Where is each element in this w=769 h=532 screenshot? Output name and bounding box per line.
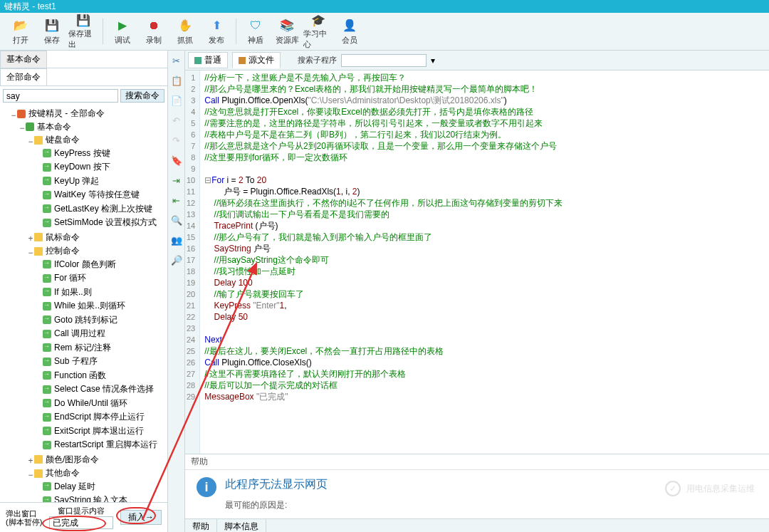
toolbar-打开[interactable]: 📂打开 [6, 16, 36, 47]
midtool-btn-1[interactable]: 📋 [171, 75, 182, 86]
help-subtitle: 最可能的原因是: [225, 499, 328, 511]
group-other[interactable]: 其他命令 [34, 467, 80, 479]
cmd-item[interactable]: Rem 标记/注释 [43, 342, 111, 354]
toolbar-label: 神盾 [248, 35, 263, 46]
toolbar-调试[interactable]: ▶调试 [108, 16, 137, 47]
cmd-item[interactable]: GetLastKey 检测上次按键 [43, 203, 152, 215]
help-tab-label: 帮助 [185, 454, 769, 470]
cmd-item[interactable]: If 如果..则 [43, 286, 92, 298]
midtool-btn-9[interactable]: 👥 [171, 234, 182, 246]
cmd-item[interactable]: While 如果..则循环 [43, 300, 125, 312]
bottom-tab-scriptinfo[interactable]: 脚本信息 [217, 519, 266, 532]
toolbar-录制[interactable]: ⏺录制 [139, 16, 169, 47]
toolbar-学习中心[interactable]: 🎓学习中心 [303, 16, 333, 47]
window-title: 键精灵 - test1 [0, 0, 769, 13]
mid-toolbar: ✂📋📄↶↷🔖⇥⇤🔍👥🔎 [168, 51, 185, 532]
command-search-input[interactable] [3, 89, 118, 103]
code-editor[interactable]: 1234567891011121314151617181920212223242… [185, 71, 769, 454]
cmd-item[interactable]: EndScript 脚本停止运行 [43, 411, 145, 423]
midtool-btn-4[interactable]: ↷ [171, 135, 182, 146]
toolbar-保存退出[interactable]: 💾保存退出 [68, 16, 98, 47]
cmd-item[interactable]: For 循环 [43, 272, 86, 284]
cmd-item[interactable]: Do While/Until 循环 [43, 397, 127, 410]
toolbar-icon: 📚 [279, 18, 295, 33]
main-toolbar: 📂打开💾保存💾保存退出▶调试⏺录制✋抓抓⬆发布🛡神盾📚资源库🎓学习中心👤会员 [0, 13, 769, 51]
toolbar-label: 调试 [115, 35, 130, 46]
midtool-btn-7[interactable]: ⇤ [171, 194, 182, 206]
find-sub-label: 搜索子程序 [298, 55, 337, 66]
toolbar-icon: 🎓 [310, 14, 326, 27]
toolbar-label: 保存退出 [68, 28, 98, 50]
group-mouse[interactable]: 鼠标命令 [34, 231, 80, 244]
toolbar-label: 会员 [342, 35, 357, 46]
find-sub-input[interactable] [341, 54, 427, 67]
tab-normal-view[interactable]: 普通 [188, 52, 228, 68]
tab-source-view[interactable]: 源文件 [232, 52, 281, 68]
cmd-item[interactable]: SetSimMode 设置模拟方式 [43, 217, 157, 229]
search-button[interactable]: 搜索命令 [120, 89, 164, 103]
midtool-btn-5[interactable]: 🔖 [171, 155, 182, 166]
toolbar-icon: 📂 [13, 18, 28, 33]
cmd-item[interactable]: KeyUp 弹起 [43, 175, 99, 187]
cmd-item[interactable]: Goto 跳转到标记 [43, 314, 117, 326]
toolbar-label: 打开 [13, 35, 28, 46]
toolbar-icon: ⏺ [146, 18, 162, 33]
cmd-item[interactable]: WaitKey 等待按任意键 [43, 189, 140, 201]
toolbar-icon: ✋ [177, 18, 193, 33]
group-color[interactable]: 颜色/图形命令 [34, 454, 99, 466]
toolbar-会员[interactable]: 👤会员 [335, 16, 365, 47]
bottom-tab-help[interactable]: 帮助 [185, 519, 217, 532]
tab-basic-commands[interactable]: 基本命令 [0, 51, 47, 68]
midtool-btn-10[interactable]: 🔎 [171, 254, 182, 266]
toolbar-label: 发布 [209, 35, 224, 46]
toolbar-发布[interactable]: ⬆发布 [202, 16, 231, 47]
toolbar-抓抓[interactable]: ✋抓抓 [170, 16, 200, 47]
command-panel: 基本命令 全部命令 搜索命令 −按键精灵 - 全部命令 −基本命令 −键盘命令K… [0, 51, 168, 532]
cmd-item[interactable]: Sub 子程序 [43, 355, 98, 367]
toolbar-icon: 👤 [342, 18, 357, 33]
cmd-item[interactable]: Select Case 情况条件选择 [43, 383, 154, 395]
content-label: 窗口提示内容 [58, 506, 105, 515]
toolbar-label: 抓抓 [177, 35, 193, 46]
group-keyboard[interactable]: 键盘命令 [34, 134, 80, 146]
help-panel: 帮助 i 此程序无法显示网页 最可能的原因是: 帮助 脚本信息 ✓用电信息采集运… [185, 454, 769, 532]
cmd-item[interactable]: IfColor 颜色判断 [43, 259, 116, 271]
help-title: 此程序无法显示网页 [225, 477, 328, 492]
group-control[interactable]: 控制命令 [34, 245, 80, 257]
toolbar-保存[interactable]: 💾保存 [37, 16, 67, 47]
cmd-item[interactable]: Call 调用过程 [43, 328, 105, 340]
toolbar-label: 保存 [44, 35, 60, 46]
toolbar-icon: 💾 [75, 14, 91, 27]
cmd-item[interactable]: ExitScript 脚本退出运行 [43, 425, 144, 437]
tree-root[interactable]: 按键精灵 - 全部命令 [17, 108, 105, 120]
toolbar-icon: 💾 [44, 18, 60, 33]
tree-basic[interactable]: 基本命令 [26, 121, 71, 133]
command-tree[interactable]: −按键精灵 - 全部命令 −基本命令 −键盘命令KeyPress 按键KeyDo… [0, 105, 167, 502]
cmd-item[interactable]: SayString 输入文本 [43, 494, 127, 502]
cmd-item[interactable]: KeyPress 按键 [43, 147, 110, 160]
midtool-btn-0[interactable]: ✂ [171, 55, 182, 66]
cmd-item[interactable]: Delay 延时 [43, 481, 95, 493]
toolbar-label: 学习中心 [303, 28, 333, 50]
toolbar-icon: 🛡 [248, 18, 263, 33]
cmd-item[interactable]: RestartScript 重启脚本运行 [43, 439, 157, 451]
info-icon: i [197, 477, 216, 497]
midtool-btn-2[interactable]: 📄 [171, 95, 182, 106]
popup-label: 弹出窗口 (脚本暂停) [6, 509, 42, 526]
toolbar-神盾[interactable]: 🛡神盾 [241, 16, 271, 47]
find-dropdown-icon[interactable]: ▾ [431, 56, 435, 66]
midtool-btn-8[interactable]: 🔍 [171, 214, 182, 226]
insert-button[interactable]: 插入→ [120, 510, 162, 525]
toolbar-label: 录制 [146, 35, 162, 46]
message-content-input[interactable] [49, 516, 113, 529]
midtool-btn-6[interactable]: ⇥ [171, 174, 182, 186]
toolbar-资源库[interactable]: 📚资源库 [272, 16, 302, 47]
insert-bar: 弹出窗口 (脚本暂停) 窗口提示内容 插入→ [0, 502, 167, 532]
cmd-item[interactable]: KeyDown 按下 [43, 161, 110, 173]
midtool-btn-3[interactable]: ↶ [171, 115, 182, 126]
toolbar-icon: ⬆ [209, 18, 224, 33]
cmd-item[interactable]: Function 函数 [43, 370, 106, 382]
tab-all-commands[interactable]: 全部命令 [0, 68, 47, 85]
toolbar-icon: ▶ [115, 18, 130, 33]
toolbar-label: 资源库 [276, 35, 299, 46]
